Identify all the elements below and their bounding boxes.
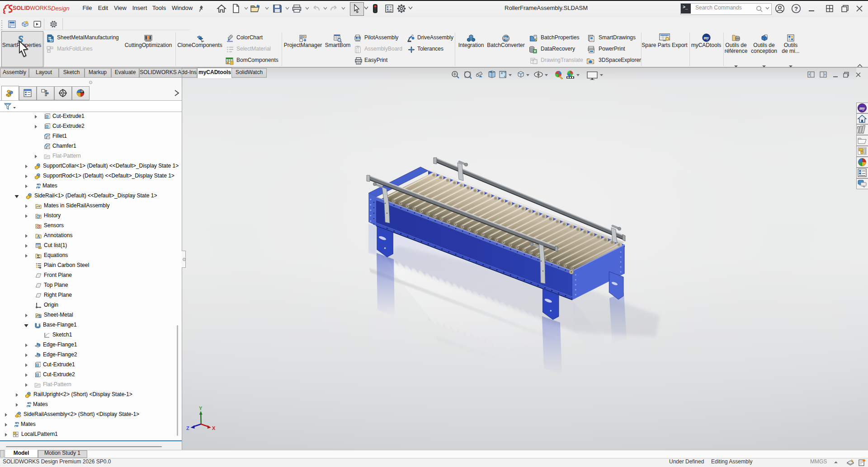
svg-text:Σ: Σ <box>37 254 40 259</box>
svg-text:Z: Z <box>186 425 189 431</box>
svg-text:A: A <box>37 234 40 239</box>
svg-text:X: X <box>212 425 216 431</box>
svg-text:my: my <box>704 36 709 40</box>
svg-text:Y: Y <box>199 406 203 411</box>
svg-text:?: ? <box>794 5 798 12</box>
svg-text:my: my <box>859 106 865 111</box>
